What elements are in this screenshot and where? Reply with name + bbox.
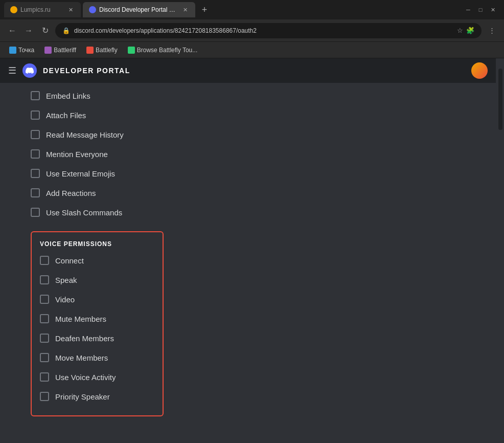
checkbox-mention-everyone[interactable] [31, 149, 40, 159]
tab-title-discord: Discord Developer Portal — My / [99, 6, 178, 13]
label-embed-links: Embed Links [46, 92, 90, 100]
refresh-button[interactable]: ↻ [39, 25, 51, 37]
voice-section-title: VOICE PERMISSIONS [40, 240, 154, 248]
permission-use-voice-activity: Use Voice Activity [40, 372, 154, 382]
permission-embed-links: Embed Links [31, 91, 465, 100]
permission-move-members: Move Members [40, 353, 154, 362]
bookmark-label-tochka: Точка [18, 47, 34, 54]
permission-attach-files: Attach Files [31, 110, 465, 120]
voice-permissions-section: VOICE PERMISSIONS Connect Speak Video Mu… [31, 231, 164, 416]
checkbox-video[interactable] [40, 295, 49, 304]
app-container: ☰ DEVELOPER PORTAL Embed Links Attach Fi… [0, 58, 504, 443]
portal-logo [22, 63, 37, 78]
checkbox-use-slash-commands[interactable] [31, 208, 40, 217]
checkbox-priority-speaker[interactable] [40, 392, 49, 401]
label-use-external-emojis: Use External Emojis [46, 169, 115, 178]
label-move-members: Move Members [55, 353, 108, 362]
user-avatar[interactable] [471, 62, 488, 79]
minimize-button[interactable]: ─ [465, 7, 471, 13]
permissions-scroll[interactable]: Embed Links Attach Files Read Message Hi… [0, 83, 496, 443]
label-mute-members: Mute Members [55, 315, 106, 323]
window-controls: ─ □ ✕ [465, 7, 500, 13]
tab-favicon-lumpics [10, 6, 17, 13]
permission-mention-everyone: Mention Everyone [31, 149, 465, 159]
label-video: Video [55, 295, 75, 304]
close-button[interactable]: ✕ [490, 7, 496, 13]
bookmark-label-browse: Browse Battlefly Tou... [137, 47, 198, 54]
checkbox-connect[interactable] [40, 256, 49, 265]
bookmark-icon-browse [128, 47, 135, 54]
new-tab-button[interactable]: + [197, 3, 212, 17]
checkbox-read-message-history[interactable] [31, 130, 40, 139]
label-mention-everyone: Mention Everyone [46, 150, 108, 159]
browser-chrome: Lumpics.ru ✕ Discord Developer Portal — … [0, 0, 504, 58]
tab-close-discord[interactable]: ✕ [181, 6, 189, 14]
bookmark-label-battleriff: Battleriff [54, 47, 76, 54]
bookmark-icon-tochka [9, 47, 16, 54]
bookmark-icon-battleriff [44, 47, 52, 54]
url-bar[interactable]: 🔒 discord.com/developers/applications/82… [55, 23, 482, 38]
label-add-reactions: Add Reactions [46, 189, 96, 197]
label-connect: Connect [55, 256, 84, 265]
lock-icon: 🔒 [62, 27, 70, 34]
permission-add-reactions: Add Reactions [31, 188, 465, 197]
bookmark-star-icon[interactable]: ☆ [457, 27, 463, 34]
label-deafen-members: Deafen Members [55, 334, 114, 343]
permission-video: Video [40, 295, 154, 304]
maximize-button[interactable]: □ [477, 7, 484, 13]
checkbox-use-external-emojis[interactable] [31, 169, 40, 178]
tab-close-lumpics[interactable]: ✕ [66, 6, 75, 14]
bookmark-browse-battlefly[interactable]: Browse Battlefly Tou... [125, 46, 201, 55]
checkbox-embed-links[interactable] [31, 91, 40, 100]
label-speak: Speak [55, 276, 77, 284]
tab-title-lumpics: Lumpics.ru [20, 6, 63, 13]
bookmarks-bar: Точка Battleriff Battlefly Browse Battle… [0, 42, 504, 58]
checkbox-deafen-members[interactable] [40, 334, 49, 343]
permission-deafen-members: Deafen Members [40, 334, 154, 343]
bookmark-battleriff[interactable]: Battleriff [41, 46, 79, 55]
checkbox-attach-files[interactable] [31, 110, 40, 120]
permission-mute-members: Mute Members [40, 314, 154, 323]
checkbox-speak[interactable] [40, 275, 49, 284]
forward-button[interactable]: → [22, 25, 35, 37]
tab-lumpics[interactable]: Lumpics.ru ✕ [4, 2, 81, 17]
url-text: discord.com/developers/applications/8242… [74, 27, 453, 34]
url-icons: ☆ 🧩 [457, 27, 474, 34]
bookmark-label-battlefly: Battlefly [96, 47, 118, 54]
bookmark-tochka[interactable]: Точка [6, 46, 37, 55]
portal-title: DEVELOPER PORTAL [43, 67, 130, 75]
back-button[interactable]: ← [6, 25, 18, 37]
browser-menu-icon[interactable]: ⋮ [486, 25, 498, 37]
scrollbar-track [496, 58, 504, 443]
permission-use-external-emojis: Use External Emojis [31, 169, 465, 178]
tab-discord[interactable]: Discord Developer Portal — My / ✕ [83, 2, 195, 17]
address-bar: ← → ↻ 🔒 discord.com/developers/applicati… [0, 19, 504, 42]
permission-use-slash-commands: Use Slash Commands [31, 208, 465, 217]
permission-read-message-history: Read Message History [31, 130, 465, 139]
checkbox-mute-members[interactable] [40, 314, 49, 323]
checkbox-move-members[interactable] [40, 353, 49, 362]
tab-favicon-discord [89, 6, 96, 13]
label-use-slash-commands: Use Slash Commands [46, 208, 122, 217]
checkbox-add-reactions[interactable] [31, 188, 40, 197]
permission-priority-speaker: Priority Speaker [40, 392, 154, 401]
permission-connect: Connect [40, 256, 154, 265]
checkbox-use-voice-activity[interactable] [40, 372, 49, 382]
portal-header: ☰ DEVELOPER PORTAL [0, 58, 496, 83]
text-permissions-list: Embed Links Attach Files Read Message Hi… [31, 91, 465, 217]
extension-puzzle-icon[interactable]: 🧩 [466, 27, 474, 34]
label-priority-speaker: Priority Speaker [55, 392, 110, 401]
hamburger-menu-icon[interactable]: ☰ [8, 65, 16, 76]
bookmark-icon-battlefly [86, 47, 94, 54]
label-use-voice-activity: Use Voice Activity [55, 373, 116, 382]
label-read-message-history: Read Message History [46, 130, 124, 139]
bookmark-battlefly[interactable]: Battlefly [83, 46, 121, 55]
label-attach-files: Attach Files [46, 111, 86, 120]
tab-bar: Lumpics.ru ✕ Discord Developer Portal — … [0, 0, 504, 19]
permission-speak: Speak [40, 275, 154, 284]
scrollbar-thumb[interactable] [498, 69, 502, 130]
